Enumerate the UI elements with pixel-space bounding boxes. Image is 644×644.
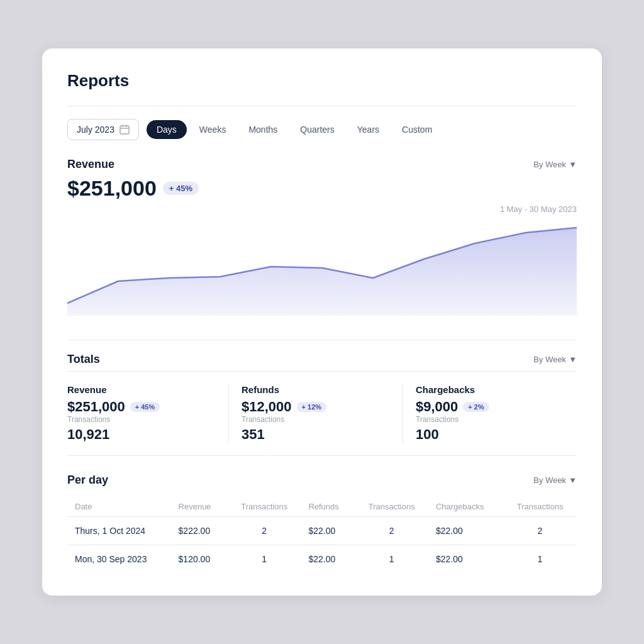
col-tx2: Transactions — [355, 497, 428, 517]
total-refunds-amount: $12,000 — [242, 399, 292, 415]
total-revenue-tx: 10,921 — [67, 426, 216, 443]
revenue-badge: + 45% — [163, 182, 199, 195]
cell-tx3: 2 — [504, 517, 577, 545]
cell-tx1: 1 — [228, 545, 301, 574]
revenue-date-range: 1 May - 30 May 2023 — [67, 204, 577, 214]
total-revenue-amount: $251,000 — [67, 399, 125, 415]
revenue-amount: $251,000 — [67, 176, 157, 201]
total-refunds-col: Refunds $12,000 + 12% Transactions 351 — [229, 384, 403, 443]
total-refunds-badge: + 12% — [297, 402, 327, 412]
col-date: Date — [67, 497, 171, 517]
cell-revenue: $120.00 — [171, 545, 228, 574]
total-chargebacks-tx: 100 — [416, 426, 564, 443]
cell-revenue: $222.00 — [171, 517, 228, 545]
total-chargebacks-amount: $9,000 — [416, 399, 458, 415]
total-refunds-tx-label: Transactions — [242, 415, 390, 424]
total-chargebacks-tx-label: Transactions — [416, 415, 564, 424]
totals-title: Totals — [67, 353, 100, 366]
cell-chargebacks: $22.00 — [428, 545, 504, 574]
table-row: Thurs, 1 Oct 2024 $222.00 2 $22.00 2 $22… — [67, 517, 577, 545]
per-day-title: Per day — [67, 474, 108, 487]
tab-quarters[interactable]: Quarters — [290, 120, 344, 139]
period-tabs: Days Weeks Months Quarters Years Custom — [147, 120, 442, 139]
tab-custom[interactable]: Custom — [392, 120, 442, 139]
revenue-title: Revenue — [67, 158, 114, 171]
total-refunds-tx: 351 — [242, 426, 390, 443]
totals-header: Totals By Week ▼ — [67, 353, 577, 366]
total-refunds-label: Refunds — [242, 384, 390, 395]
cell-chargebacks: $22.00 — [428, 517, 504, 545]
page-title: Reports — [67, 71, 577, 91]
cell-refunds: $22.00 — [301, 545, 355, 574]
tab-years[interactable]: Years — [347, 120, 389, 139]
cell-tx2: 1 — [355, 545, 428, 574]
revenue-by-week[interactable]: By Week ▼ — [533, 160, 577, 169]
revenue-chart — [67, 221, 577, 322]
cell-date: Thurs, 1 Oct 2024 — [67, 517, 171, 545]
col-tx1: Transactions — [228, 497, 301, 517]
per-day-table: Date Revenue Transactions Refunds Transa… — [67, 497, 577, 573]
total-chargebacks-label: Chargebacks — [416, 384, 564, 395]
cell-tx3: 1 — [504, 545, 577, 574]
tab-weeks[interactable]: Weeks — [189, 120, 236, 139]
total-chargebacks-col: Chargebacks $9,000 + 2% Transactions 100 — [403, 384, 577, 443]
reports-card: Reports July 2023 Days Weeks Months Quar… — [42, 48, 602, 596]
date-value: July 2023 — [77, 125, 114, 135]
svg-rect-0 — [120, 126, 129, 134]
date-picker[interactable]: July 2023 — [67, 119, 139, 140]
col-refunds: Refunds — [301, 497, 355, 517]
col-tx3: Transactions — [504, 497, 577, 517]
cell-date: Mon, 30 Sep 2023 — [67, 545, 171, 574]
total-chargebacks-badge: + 2% — [463, 402, 489, 412]
totals-row: Revenue $251,000 + 45% Transactions 10,9… — [67, 371, 577, 456]
tab-months[interactable]: Months — [238, 120, 287, 139]
tab-days[interactable]: Days — [147, 120, 187, 139]
totals-by-week[interactable]: By Week ▼ — [533, 355, 577, 364]
per-day-header: Per day By Week ▼ — [67, 474, 577, 487]
table-header-row: Date Revenue Transactions Refunds Transa… — [67, 497, 577, 517]
total-revenue-col: Revenue $251,000 + 45% Transactions 10,9… — [67, 384, 229, 443]
col-revenue: Revenue — [171, 497, 228, 517]
revenue-header: Revenue By Week ▼ — [67, 158, 577, 171]
per-day-by-week[interactable]: By Week ▼ — [533, 475, 577, 485]
cell-tx1: 2 — [228, 517, 301, 545]
divider-mid — [67, 340, 577, 340]
cell-tx2: 2 — [355, 517, 428, 545]
col-chargebacks: Chargebacks — [428, 497, 504, 517]
total-revenue-tx-label: Transactions — [67, 415, 216, 424]
revenue-main: $251,000 + 45% — [67, 176, 577, 201]
calendar-icon — [119, 125, 130, 135]
divider-top — [67, 106, 577, 106]
cell-refunds: $22.00 — [301, 517, 355, 545]
total-revenue-label: Revenue — [67, 384, 216, 395]
table-row: Mon, 30 Sep 2023 $120.00 1 $22.00 1 $22.… — [67, 545, 577, 574]
total-revenue-badge: + 45% — [130, 402, 160, 412]
toolbar: July 2023 Days Weeks Months Quarters Yea… — [67, 119, 577, 140]
